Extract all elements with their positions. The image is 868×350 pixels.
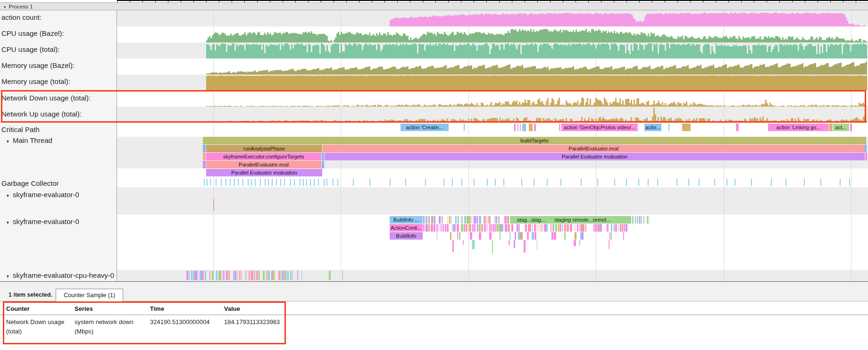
col-header-value: Value <box>224 305 240 312</box>
col-header-series: Series <box>75 305 93 312</box>
skyframe-event[interactable]: ActionConti... <box>390 224 423 232</box>
trace-viewer: ▾Process 1 action count:CPU usage (Bazel… <box>0 0 868 350</box>
cell-value[interactable]: 184.1793113323983 <box>224 317 300 327</box>
tab-strip-divider <box>0 301 868 301</box>
trace-events-layer: action 'Creatin...action 'GenObjcProtos … <box>0 0 868 283</box>
main-thread-event[interactable]: ParallelEvaluator.eval <box>206 161 321 168</box>
main-thread-event[interactable]: skyframeExecutor.configureTargets <box>206 153 321 160</box>
critical-path-event[interactable]: actio... <box>644 124 661 131</box>
cell-time[interactable]: 324190.51300000004 <box>150 317 221 327</box>
details-panel: 1 item selected. Counter Sample (1) Coun… <box>0 282 868 350</box>
cell-series[interactable]: system network down (Mbps) <box>75 317 142 336</box>
main-thread-event[interactable]: ParallelEvaluator.eval <box>323 145 865 152</box>
skyframe-event[interactable]: BuildInfo ... <box>390 216 423 224</box>
cell-counter[interactable]: Network Down usage (total) <box>6 317 68 336</box>
main-thread-event[interactable]: buildTargets <box>203 137 866 144</box>
tab-counter-sample[interactable]: Counter Sample (1) <box>56 289 123 301</box>
critical-path-event[interactable]: act... <box>833 124 849 131</box>
skyframe-event-label: staging remote...remot... <box>554 216 610 224</box>
col-header-counter: Counter <box>6 305 30 312</box>
table-header-divider <box>0 315 868 315</box>
col-header-time: Time <box>150 305 164 312</box>
main-thread-event[interactable]: Parallel Evaluator evaluation <box>325 153 865 160</box>
main-thread-event[interactable]: runAnalysisPhase <box>206 145 322 152</box>
critical-path-event[interactable]: action 'Creatin... <box>401 124 449 131</box>
critical-path-event[interactable]: action 'GenObjcProtos video/... <box>561 124 638 131</box>
skyframe-event[interactable]: BuildInfo <box>390 232 423 240</box>
critical-path-event[interactable]: action 'Linking go... <box>768 124 829 131</box>
selection-status: 1 item selected. <box>8 289 52 301</box>
main-thread-event[interactable]: Parallel Evaluator evaluation <box>206 169 322 176</box>
skyframe-event-label: stag...stag... <box>517 216 545 224</box>
